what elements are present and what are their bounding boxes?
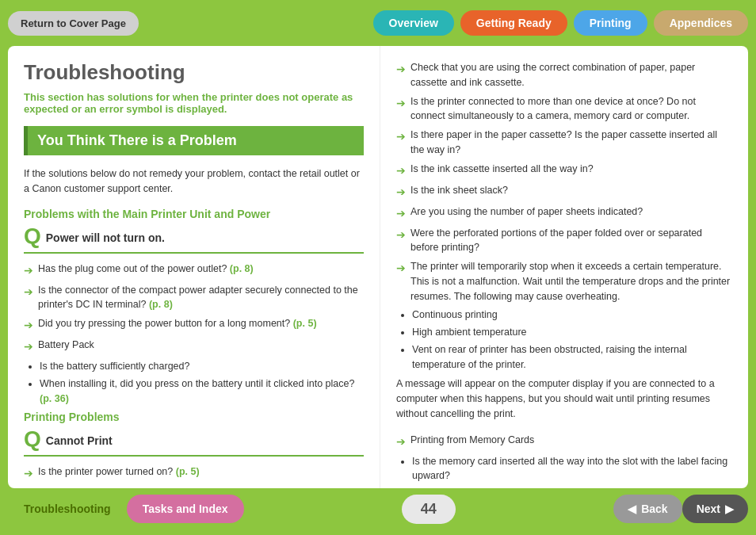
list-item: ➔ Check that you are using the correct c… [396,60,732,90]
arrow-icon: ➔ [24,487,33,488]
arrow-icon: ➔ [396,61,406,90]
bullet-list: Is the memory card inserted all the way … [412,454,732,489]
arrow-icon: ➔ [396,260,406,304]
left-column: Troubleshooting This section has solutio… [8,46,380,488]
list-item: ➔ Is the ink cassette inserted all the w… [396,162,732,179]
back-label: Back [641,503,667,515]
arrow-icon: ➔ [396,95,406,124]
arrow-icon: ➔ [396,434,406,450]
top-nav: Return to Cover Page Overview Getting Re… [0,0,756,46]
bottom-bar: Troubleshooting Tasks and Index 44 ◀ Bac… [0,488,756,529]
arrow-icon: ➔ [396,128,406,158]
q-letter: Q [24,428,41,450]
list-item: High ambient temperature [412,325,732,340]
q-text-cannot-print: Cannot Print [46,431,113,447]
q-letter: Q [24,225,41,247]
arrow-icon: ➔ [396,227,406,256]
next-button[interactable]: Next ▶ [682,495,748,523]
ref-link: (p. 5) [293,318,317,329]
list-item: Is the battery sufficiently charged? [40,359,364,374]
q-divider [24,252,364,254]
tab-appendices[interactable]: Appendices [654,10,748,36]
tab-overview[interactable]: Overview [373,10,454,36]
ref-link: (p. 36) [40,393,69,404]
list-item: ➔ Is the connector of the compact power … [24,283,364,313]
arrow-icon: ➔ [24,338,33,355]
tab-getting-ready[interactable]: Getting Ready [460,10,567,36]
q-text-power: Power will not turn on. [46,228,165,244]
list-item: ➔ Is the ink cassette empty?Replace the … [24,486,364,488]
list-item: Continuous printing [412,308,732,323]
list-item: ➔ The printer will temporarily stop when… [396,259,732,304]
q-row-cannot-print: Q Cannot Print [24,431,364,450]
list-item: ➔ Is there paper in the paper cassette? … [396,128,732,158]
list-item: When installing it, did you press on the… [40,376,364,407]
back-button[interactable]: ◀ Back [613,495,682,523]
return-button[interactable]: Return to Cover Page [8,11,139,36]
list-item: ➔ Did you try pressing the power button … [24,316,364,334]
list-item: Do the images conform to the Design rule… [412,486,732,488]
ref-link: (p. 8) [230,263,254,274]
next-label: Next [697,503,720,515]
overheating-note: A message will appear on the computer di… [396,376,732,421]
arrow-icon: ➔ [396,184,406,201]
bottom-tab-troubleshooting[interactable]: Troubleshooting [8,495,127,523]
page-title: Troubleshooting [24,60,364,85]
list-item: Vent on rear of printer has been obstruc… [412,342,732,373]
right-column: ➔ Check that you are using the correct c… [380,46,748,488]
arrow-icon: ➔ [24,262,33,279]
ref-link: (p. 8) [149,299,173,310]
page-number: 44 [402,495,456,524]
section-box: You Think There is a Problem [24,126,364,155]
list-item: ➔ Is the printer connected to more than … [396,94,732,124]
list-item: ➔ Printing from Memory Cards [396,433,732,450]
list-item: ➔ Were the perforated portions of the pa… [396,226,732,256]
next-arrow-icon: ▶ [725,503,734,515]
arrow-icon: ➔ [24,317,33,334]
subheading-printing: Printing Problems [24,411,364,423]
section-subtitle: This section has solutions for when the … [24,91,364,115]
arrow-icon: ➔ [396,205,406,222]
arrow-icon: ➔ [24,465,33,482]
q-row-power: Q Power will not turn on. [24,228,364,247]
bullet-list: Continuous printing High ambient tempera… [412,308,732,372]
main-content: Troubleshooting This section has solutio… [8,46,748,488]
list-item: ➔ Is the printer power turned on? (p. 5) [24,464,364,482]
list-item: ➔ Are you using the number of paper shee… [396,204,732,222]
list-item: ➔ Has the plug come out of the power out… [24,262,364,279]
tab-printing[interactable]: Printing [574,10,647,36]
arrow-icon: ➔ [396,162,406,179]
bullet-list: Is the battery sufficiently charged? Whe… [40,359,364,406]
back-arrow-icon: ◀ [628,503,636,515]
arrow-icon: ➔ [24,284,33,313]
subheading-main-printer: Problems with the Main Printer Unit and … [24,208,364,220]
list-item: ➔ Is the ink sheet slack? [396,183,732,201]
section-box-title: You Think There is a Problem [37,132,237,148]
list-item: Is the memory card inserted all the way … [412,454,732,484]
list-item: ➔ Battery Pack [24,338,364,355]
intro-text: If the solutions below do not remedy you… [24,166,364,197]
ref-link: (p. 5) [176,466,200,477]
bottom-tab-tasks-index[interactable]: Tasks and Index [127,495,244,523]
q-divider [24,455,364,457]
